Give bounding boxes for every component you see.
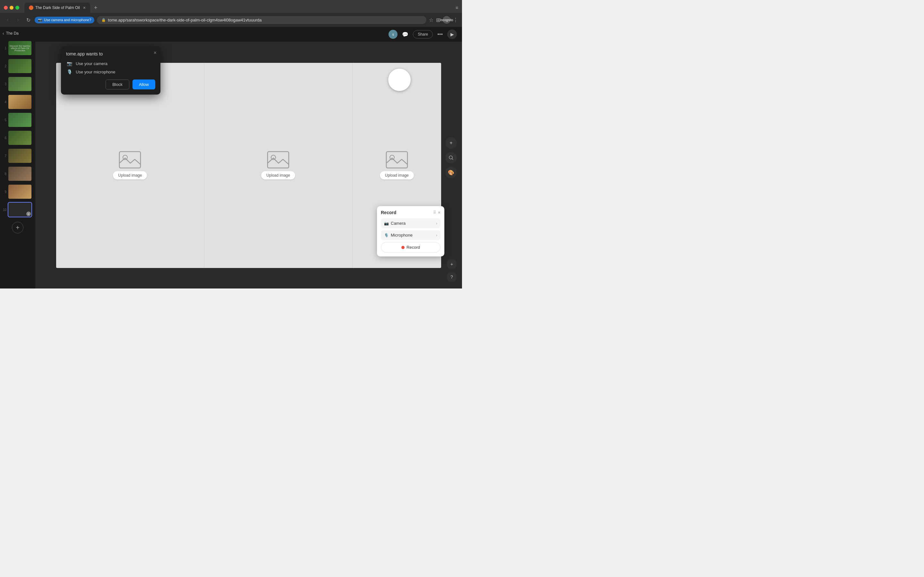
record-mic-row[interactable]: 🎙️ Microphone ›: [381, 230, 441, 240]
record-panel-header: Record ⠿ ×: [381, 210, 441, 215]
upload-icon-container-2: Upload image: [261, 151, 295, 179]
sidebar-title: The Da: [6, 31, 33, 35]
sidebar-item-slide-10[interactable]: 10 s: [0, 201, 35, 218]
permission-close-btn[interactable]: ×: [153, 50, 157, 56]
slide-number-1: 1: [2, 47, 6, 50]
sidebar-item-slide-6[interactable]: 6: [0, 129, 35, 146]
record-camera-label: Camera: [391, 221, 405, 226]
more-options-btn[interactable]: •••: [436, 30, 444, 39]
slide-number-5: 5: [2, 118, 6, 122]
permission-camera-label: Use your camera: [76, 61, 107, 66]
svg-rect-4: [386, 152, 407, 168]
sidebar-item-slide-2[interactable]: 2: [0, 58, 35, 74]
sidebar-back-btn[interactable]: ‹: [3, 31, 4, 36]
add-content-btn[interactable]: +: [445, 137, 457, 149]
record-mic-icon: 🎙️: [384, 233, 389, 237]
help-btn[interactable]: ?: [447, 272, 457, 282]
record-close-btn[interactable]: ×: [438, 210, 441, 215]
slide-thumb-4: [8, 95, 31, 109]
sidebar-item-slide-7[interactable]: 7: [0, 147, 35, 164]
add-bottom-btn[interactable]: +: [447, 259, 457, 269]
permission-dialog: × tome.app wants to 📷 Use your camera 🎙️…: [61, 46, 160, 95]
topbar: s 💬 Share ••• ▶: [35, 27, 462, 42]
slide-thumb-6: [8, 131, 31, 145]
browser-menu-btn[interactable]: ≡: [456, 5, 458, 10]
slide-thumb-8: [8, 167, 31, 181]
sidebar-item-slide-1[interactable]: 1 Discover the harmful effects of Palm O…: [0, 40, 35, 56]
record-panel-title: Record: [381, 210, 396, 215]
image-placeholder-icon-3: [386, 151, 408, 169]
record-camera-row[interactable]: 📷 Camera ›: [381, 218, 441, 228]
slide-thumb-wrapper-1: Discover the harmful effects of Palm Oil…: [8, 41, 31, 55]
browser-user-avatar[interactable]: Incognito: [443, 16, 451, 24]
sidebar-item-slide-8[interactable]: 8: [0, 165, 35, 182]
slide-thumb-1: Discover the harmful effects of Palm Oil…: [8, 41, 31, 55]
tab-bar: The Dark Side of Palm Oil × + ≡: [0, 0, 462, 13]
browser-options-btn[interactable]: ⋮: [453, 17, 458, 23]
slide-number-8: 8: [2, 172, 6, 176]
record-camera-icon: 📷: [384, 221, 389, 226]
camera-pill-text: Use camera and microphone?: [44, 18, 91, 22]
back-btn[interactable]: ‹: [4, 16, 11, 24]
record-camera-left: 📷 Camera: [384, 221, 405, 226]
slide-number-3: 3: [2, 82, 6, 86]
upload-icon-container-1: Upload image: [113, 151, 147, 179]
camera-permission-pill[interactable]: 📷 Use camera and microphone?: [35, 17, 94, 23]
add-slide-btn[interactable]: +: [12, 222, 23, 234]
bottom-right-btns: + ?: [447, 259, 457, 282]
sidebar-header: ‹ The Da: [0, 29, 35, 40]
window-controls: [4, 6, 19, 10]
tab-favicon: [29, 5, 33, 10]
camera-bubble: [388, 69, 411, 91]
permission-actions: Block Allow: [66, 79, 155, 89]
record-drag-handle[interactable]: ⠿: [433, 210, 436, 215]
maximize-window-btn[interactable]: [15, 6, 19, 10]
image-placeholder-icon-1: [119, 151, 141, 169]
permission-mic-item: 🎙️ Use your microphone: [66, 69, 155, 74]
tab-close-btn[interactable]: ×: [83, 5, 86, 10]
block-btn[interactable]: Block: [105, 79, 129, 89]
upload-btn-3[interactable]: Upload image: [380, 171, 414, 179]
permission-title: tome.app wants to: [66, 51, 155, 56]
camera-chevron-icon: ›: [436, 221, 437, 226]
record-start-btn[interactable]: Record: [381, 242, 441, 253]
svg-rect-0: [120, 152, 141, 168]
allow-btn[interactable]: Allow: [132, 79, 155, 89]
search-content-btn[interactable]: [445, 152, 457, 163]
sidebar-item-slide-4[interactable]: 4: [0, 93, 35, 110]
sidebar-item-slide-3[interactable]: 3: [0, 76, 35, 92]
slide-thumb-placeholder-1: Discover the harmful effects of Palm Oil…: [8, 41, 31, 55]
share-btn[interactable]: Share: [413, 30, 433, 39]
permission-camera-item: 📷 Use your camera: [66, 61, 155, 66]
url-bar[interactable]: 🔒 tome.app/sarahsworkspace/the-dark-side…: [97, 16, 426, 24]
reload-btn[interactable]: ↻: [24, 16, 32, 24]
camera-icon: 📷: [66, 61, 73, 66]
search-icon: [449, 155, 454, 160]
slide-thumb-7: [8, 149, 31, 163]
sidebar-item-slide-5[interactable]: 5: [0, 111, 35, 128]
extensions-btn[interactable]: ⊞: [436, 17, 440, 23]
record-mic-left: 🎙️ Microphone: [384, 233, 413, 237]
upload-icon-container-3: Upload image: [380, 151, 414, 179]
microphone-icon: 🎙️: [66, 69, 73, 74]
slide-number-9: 9: [2, 190, 6, 193]
new-tab-btn[interactable]: +: [94, 5, 97, 11]
slide-thumb-9: [8, 185, 31, 199]
forward-btn[interactable]: ›: [14, 16, 22, 24]
active-tab[interactable]: The Dark Side of Palm Oil ×: [24, 3, 90, 13]
slide-panel-2: Upload image: [204, 63, 352, 268]
play-btn[interactable]: ▶: [447, 29, 457, 39]
bookmark-btn[interactable]: ☆: [429, 17, 433, 23]
sidebar-item-slide-9[interactable]: 9: [0, 183, 35, 200]
upload-btn-2[interactable]: Upload image: [261, 171, 295, 179]
palette-btn[interactable]: 🎨: [445, 167, 457, 178]
lock-icon: 🔒: [102, 18, 106, 22]
slide-number-7: 7: [2, 154, 6, 158]
close-window-btn[interactable]: [4, 6, 8, 10]
record-panel: Record ⠿ × 📷 Camera › 🎙️: [377, 206, 444, 256]
slide-thumb-3: [8, 77, 31, 91]
comments-btn[interactable]: 💬: [401, 30, 410, 39]
minimize-window-btn[interactable]: [10, 6, 13, 10]
upload-btn-1[interactable]: Upload image: [113, 171, 147, 179]
slide-number-4: 4: [2, 100, 6, 104]
